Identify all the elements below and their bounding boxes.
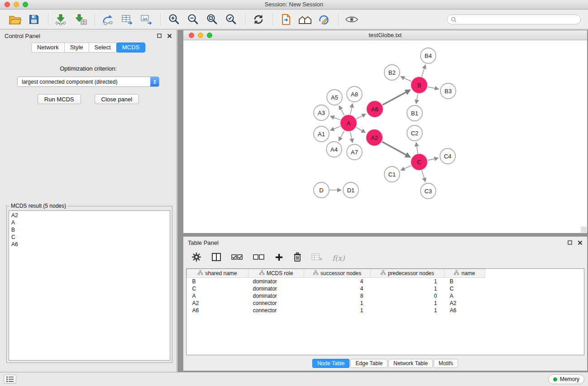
graph-edge-A-A4[interactable]: [339, 131, 344, 141]
graph-edge-B-B3[interactable]: [428, 87, 438, 89]
open-file-button[interactable]: [7, 11, 23, 28]
result-item[interactable]: B: [9, 226, 170, 234]
panel-menu-button[interactable]: [4, 375, 16, 384]
graph-node-A2[interactable]: A2: [366, 129, 383, 146]
table-settings-button[interactable]: [191, 252, 201, 264]
tab-network[interactable]: Network: [31, 43, 65, 52]
graph-node-C4[interactable]: C4: [440, 148, 455, 164]
column-header-mcds-role[interactable]: MCDS role: [249, 269, 304, 278]
graph-edge-A-A1[interactable]: [330, 126, 340, 130]
graph-node-C2[interactable]: C2: [407, 125, 422, 141]
graph-node-B[interactable]: B: [411, 77, 428, 94]
zoom-out-button[interactable]: [185, 11, 201, 28]
graph-node-C[interactable]: C: [411, 154, 428, 171]
tab-node-table[interactable]: Node Table: [312, 359, 350, 368]
close-panel-button[interactable]: Close panel: [95, 94, 139, 104]
close-table-panel-icon[interactable]: [578, 240, 583, 245]
add-column-button[interactable]: [275, 253, 283, 263]
criterion-dropdown[interactable]: largest connected component (directed): [17, 76, 159, 87]
graph-edge-C-C4[interactable]: [428, 158, 438, 160]
run-mcds-button[interactable]: Run MCDS: [38, 94, 81, 104]
graph-node-A[interactable]: A: [340, 115, 357, 132]
graph-edge-A-A5[interactable]: [339, 106, 344, 115]
graph-node-C1[interactable]: C1: [384, 167, 400, 182]
graph-edge-A6-B[interactable]: [382, 90, 410, 105]
network-overview-button[interactable]: [297, 11, 313, 28]
refresh-layout-button[interactable]: [251, 11, 266, 28]
delete-table-button[interactable]: [311, 253, 322, 263]
graph-edge-C-C1[interactable]: [401, 166, 411, 170]
graph-node-A8[interactable]: A8: [347, 86, 362, 102]
zoom-network-window-button[interactable]: [207, 33, 212, 38]
graph-node-D[interactable]: D: [314, 182, 329, 198]
zoom-window-button[interactable]: [23, 2, 28, 7]
graph-edge-C-C2[interactable]: [416, 143, 418, 153]
zoom-in-button[interactable]: [166, 11, 182, 28]
tab-motifs[interactable]: Motifs: [434, 359, 458, 368]
graph-edge-A2-C[interactable]: [382, 142, 410, 157]
save-session-button[interactable]: [26, 11, 42, 28]
graph-node-A5[interactable]: A5: [327, 90, 342, 105]
graph-node-D1[interactable]: D1: [343, 182, 359, 198]
import-network-button[interactable]: [54, 11, 69, 28]
close-network-window-button[interactable]: [189, 33, 194, 38]
graph-node-A6[interactable]: A6: [367, 101, 383, 118]
table-row[interactable]: Bdominator41B: [187, 278, 584, 285]
deselect-all-button[interactable]: [253, 253, 265, 263]
graph-node-A7[interactable]: A7: [347, 144, 362, 160]
minimize-window-button[interactable]: [14, 2, 19, 7]
network-canvas[interactable]: B4B2BB3A5A8A6B1A3AC2A1A2A4A7C4CC1DD1C3: [183, 41, 587, 233]
minimize-network-window-button[interactable]: [198, 33, 203, 38]
memory-indicator[interactable]: Memory: [548, 374, 584, 384]
result-item[interactable]: A: [9, 219, 170, 226]
result-item[interactable]: C: [9, 234, 170, 241]
graph-edge-A-A2[interactable]: [356, 128, 365, 133]
show-columns-button[interactable]: [211, 253, 221, 263]
annotation-button[interactable]: [316, 11, 332, 28]
show-graphics-button[interactable]: [344, 11, 359, 28]
graph-node-A4[interactable]: A4: [326, 142, 342, 157]
open-document-button[interactable]: [278, 11, 294, 28]
resize-grip[interactable]: [581, 227, 587, 233]
result-item[interactable]: A6: [9, 241, 170, 248]
result-item[interactable]: A2: [9, 212, 170, 219]
table-row[interactable]: A2connector11A2: [187, 300, 584, 307]
graph-edge-C-C3[interactable]: [422, 171, 425, 181]
graph-edge-B-B1[interactable]: [416, 94, 418, 103]
table-row[interactable]: A6connector11A6: [187, 307, 584, 314]
close-panel-icon[interactable]: [167, 33, 172, 38]
table-row[interactable]: Cdominator41C: [187, 285, 584, 292]
export-image-button[interactable]: [139, 11, 154, 28]
tab-select[interactable]: Select: [89, 43, 117, 52]
tab-edge-table[interactable]: Edge Table: [350, 359, 387, 368]
export-table-button[interactable]: [120, 11, 135, 28]
graph-node-B4[interactable]: B4: [421, 48, 436, 63]
tab-mcds[interactable]: MCDS: [116, 43, 145, 52]
delete-column-button[interactable]: [293, 252, 301, 264]
zoom-selected-button[interactable]: [223, 11, 239, 28]
table-row[interactable]: Adominator80A: [187, 292, 584, 300]
graph-edge-A-A3[interactable]: [331, 116, 340, 120]
search-box[interactable]: [447, 14, 581, 24]
graph-node-B3[interactable]: B3: [440, 83, 456, 99]
graph-edge-B-B2[interactable]: [401, 76, 411, 81]
zoom-fit-button[interactable]: [204, 11, 220, 28]
column-header-predecessor-nodes[interactable]: predecessor nodes: [371, 269, 445, 278]
graph-node-B2[interactable]: B2: [384, 65, 400, 80]
import-table-button[interactable]: [73, 11, 88, 28]
tab-network-table[interactable]: Network Table: [388, 359, 433, 368]
graph-node-B1[interactable]: B1: [407, 105, 422, 121]
graph-edge-A-A6[interactable]: [356, 114, 365, 119]
graph-node-C3[interactable]: C3: [421, 183, 436, 199]
graph-edge-B-B4[interactable]: [422, 65, 425, 76]
function-builder-button[interactable]: f(x): [332, 254, 344, 262]
close-window-button[interactable]: [5, 2, 10, 7]
mcds-result-list[interactable]: A2ABCA6: [9, 210, 170, 361]
float-table-panel-icon[interactable]: [568, 240, 572, 245]
graph-node-A1[interactable]: A1: [314, 126, 329, 142]
select-all-button[interactable]: [231, 253, 243, 263]
export-network-button[interactable]: [100, 11, 116, 28]
graph-edge-A-A7[interactable]: [350, 132, 353, 142]
tab-style[interactable]: Style: [64, 43, 89, 52]
column-header-successor-nodes[interactable]: successor nodes: [304, 269, 371, 278]
